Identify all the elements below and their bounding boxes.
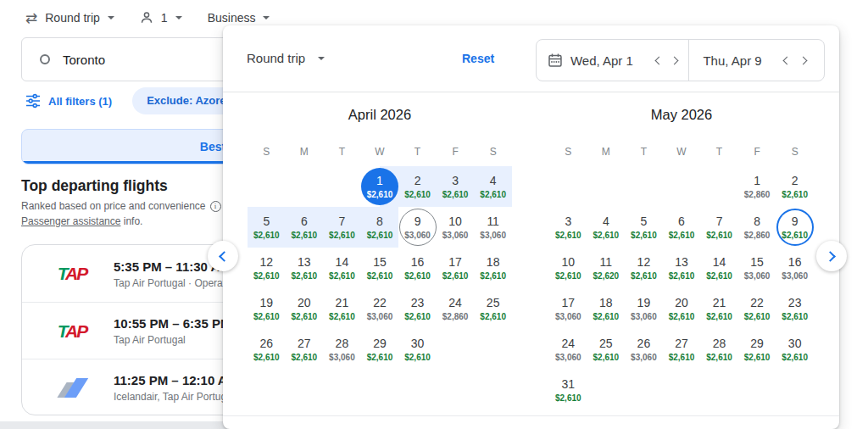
previous-months-button[interactable]	[208, 241, 238, 271]
next-months-button[interactable]	[816, 241, 847, 271]
weekday-label: F	[437, 136, 475, 166]
calendar-day-april-27[interactable]: 27$2,610	[286, 329, 324, 370]
calendar-day-april-16[interactable]: 16$2,610	[398, 248, 437, 288]
departure-date-field[interactable]: Wed, Apr 1	[570, 53, 649, 68]
calendar-day-april-20[interactable]: 20$2,610	[286, 288, 324, 329]
calendar-day-april-22[interactable]: 22$3,060	[361, 288, 399, 329]
calendar-day-may-18[interactable]: 18$2,610	[587, 288, 626, 329]
empty-cell	[625, 166, 663, 207]
ranked-note: Ranked based on price and convenience i	[21, 200, 221, 212]
calendar-day-may-31[interactable]: 31$2,610	[549, 370, 587, 410]
origin-circle-icon	[40, 54, 50, 64]
icelandair-logo	[53, 378, 91, 398]
calendar-day-may-21[interactable]: 21$2,610	[700, 288, 738, 329]
calendar-day-april-9[interactable]: 9$3,060	[398, 207, 437, 248]
calendar-day-may-24[interactable]: 24$3,060	[549, 329, 587, 370]
calendar-day-april-29[interactable]: 29$2,610	[361, 329, 399, 370]
calendar-day-april-19[interactable]: 19$2,610	[248, 288, 286, 329]
day-number: 2	[792, 175, 798, 187]
calendar-day-may-4[interactable]: 4$2,610	[587, 207, 626, 248]
day-price: $2,610	[292, 312, 318, 321]
calendar-day-may-2[interactable]: 2$2,610	[776, 166, 814, 207]
day-price: $2,610	[253, 312, 280, 321]
calendar-day-april-5[interactable]: 5$2,610	[248, 207, 286, 248]
return-date-field[interactable]: Thu, Apr 9	[703, 53, 777, 68]
day-price: $3,060	[631, 312, 657, 321]
calendar-day-april-21[interactable]: 21$2,610	[323, 288, 361, 329]
calendar-day-april-17[interactable]: 17$2,610	[437, 248, 475, 288]
passengers-dropdown[interactable]: 1	[140, 11, 182, 25]
calendar-day-may-5[interactable]: 5$2,610	[625, 207, 663, 248]
calendar-day-may-22[interactable]: 22$2,610	[738, 288, 776, 329]
chevron-left-icon	[219, 251, 230, 262]
calendar-day-may-15[interactable]: 15$3,060	[738, 248, 776, 288]
calendar-day-may-14[interactable]: 14$2,610	[700, 248, 738, 288]
calendar-day-april-24[interactable]: 24$2,860	[437, 288, 475, 329]
calendar-day-april-26[interactable]: 26$2,610	[248, 329, 286, 370]
calendar-day-april-18[interactable]: 18$2,610	[474, 248, 512, 288]
calendar-day-may-16[interactable]: 16$3,060	[776, 248, 814, 288]
return-date-prev-button[interactable]	[777, 49, 795, 71]
return-date-next-button[interactable]	[795, 49, 813, 71]
calendar-day-may-3[interactable]: 3$2,610	[549, 207, 587, 248]
cabin-class-dropdown[interactable]: Business	[208, 11, 270, 25]
calendar-day-april-25[interactable]: 25$2,610	[474, 288, 512, 329]
calendar-day-april-3[interactable]: 3$2,610	[437, 166, 475, 207]
day-number: 12	[259, 256, 273, 269]
calendar-day-may-26[interactable]: 26$3,060	[625, 329, 663, 370]
calendar-day-april-15[interactable]: 15$2,610	[361, 248, 399, 288]
day-price: $2,610	[292, 353, 318, 362]
calendar-day-may-8[interactable]: 8$2,860	[738, 207, 776, 248]
calendar-day-april-11[interactable]: 11$3,060	[474, 207, 512, 248]
trip-type-dropdown[interactable]: ⇄ Round trip	[25, 11, 114, 25]
calendar-day-april-1[interactable]: 1$2,610	[361, 166, 399, 207]
all-filters-button[interactable]: All filters (1)	[25, 93, 112, 109]
calendar-day-april-8[interactable]: 8$2,610	[361, 207, 399, 248]
day-price: $2,610	[367, 190, 393, 199]
info-icon[interactable]: i	[210, 201, 221, 212]
day-number: 23	[411, 297, 425, 309]
day-number: 8	[754, 215, 760, 228]
day-number: 11	[600, 256, 613, 269]
day-number: 29	[373, 337, 387, 350]
calendar-day-april-4[interactable]: 4$2,610	[474, 166, 512, 207]
calendar-day-may-20[interactable]: 20$2,610	[663, 288, 701, 329]
calendar-day-may-12[interactable]: 12$2,610	[625, 248, 663, 288]
calendar-day-may-6[interactable]: 6$2,610	[663, 207, 701, 248]
calendar-day-may-11[interactable]: 11$2,620	[587, 248, 626, 288]
calendar-day-may-30[interactable]: 30$2,610	[776, 329, 814, 370]
calendar-day-may-13[interactable]: 13$2,610	[663, 248, 701, 288]
calendar-day-april-7[interactable]: 7$2,610	[323, 207, 361, 248]
reset-button[interactable]: Reset	[462, 52, 494, 65]
departure-date-prev-button[interactable]	[649, 49, 667, 71]
calendar-day-april-23[interactable]: 23$2,610	[398, 288, 437, 329]
calendar-day-may-25[interactable]: 25$2,610	[587, 329, 626, 370]
calendar-day-april-30[interactable]: 30$2,610	[398, 329, 437, 370]
calendar-day-may-10[interactable]: 10$2,610	[549, 248, 587, 288]
calendar-day-may-27[interactable]: 27$2,610	[663, 329, 701, 370]
calendar-day-april-12[interactable]: 12$2,610	[248, 248, 286, 288]
month-title: April 2026	[248, 107, 512, 125]
calendar-day-may-28[interactable]: 28$2,610	[700, 329, 738, 370]
calendar-day-may-23[interactable]: 23$2,610	[776, 288, 814, 329]
empty-cell	[587, 166, 626, 207]
departure-date-next-button[interactable]	[667, 49, 685, 71]
passenger-assistance-link[interactable]: Passenger assistance	[21, 215, 120, 227]
day-price: $2,610	[669, 312, 695, 321]
calendar-day-may-1[interactable]: 1$2,860	[738, 166, 776, 207]
calendar-day-april-13[interactable]: 13$2,610	[286, 248, 324, 288]
calendar-day-april-6[interactable]: 6$2,610	[286, 207, 324, 248]
flight-airline: Tap Air Portugal	[114, 334, 241, 346]
calendar-day-april-28[interactable]: 28$3,060	[323, 329, 361, 370]
calendar-day-april-10[interactable]: 10$3,060	[437, 207, 475, 248]
calendar-day-may-9[interactable]: 9$2,610	[776, 207, 814, 248]
calendar-day-may-7[interactable]: 7$2,610	[700, 207, 738, 248]
weekday-label: M	[587, 136, 626, 166]
calendar-day-may-19[interactable]: 19$3,060	[625, 288, 663, 329]
calendar-day-april-14[interactable]: 14$2,610	[323, 248, 361, 288]
day-price: $2,860	[442, 312, 469, 321]
calendar-day-april-2[interactable]: 2$2,610	[398, 166, 437, 207]
dialog-trip-type-dropdown[interactable]: Round trip	[247, 51, 325, 65]
calendar-day-may-29[interactable]: 29$2,610	[738, 329, 776, 370]
calendar-day-may-17[interactable]: 17$3,060	[549, 288, 587, 329]
